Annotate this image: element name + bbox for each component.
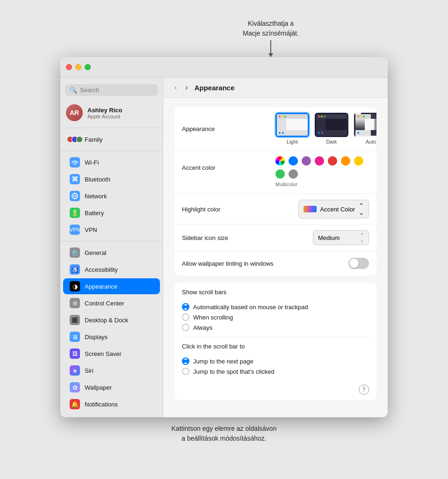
tooltip-top: Kiválaszthatja a Macje színsémáját.	[243, 19, 299, 57]
maximize-button[interactable]	[85, 64, 91, 70]
sidebar-icon-size-row: Sidebar icon size Medium ⌃⌄	[174, 225, 376, 251]
accent-color-blue[interactable]	[289, 156, 298, 166]
sidebar-item-label-vpn: VPN	[85, 226, 97, 233]
scroll-bars-scrolling-label: When scrolling	[193, 314, 233, 321]
scroll-bars-auto-radio[interactable]	[182, 303, 189, 311]
tooltip-bottom: Kattintson egy elemre az oldalsávon a be…	[172, 424, 277, 443]
scroll-clicked-spot-label: Jump to the spot that's clicked	[193, 368, 275, 375]
search-box[interactable]: 🔍	[65, 84, 158, 96]
appearance-option-dark[interactable]: Dark	[315, 113, 348, 145]
scroll-bars-auto-option[interactable]: Automatically based on mouse or trackpad	[182, 303, 369, 311]
notifications-icon: 🔔	[70, 399, 80, 409]
sidebar-icon-size-dropdown[interactable]: Medium ⌃⌄	[313, 230, 369, 245]
appearance-row-label: Appearance	[182, 125, 275, 132]
traffic-lights	[66, 64, 91, 70]
wallpaper-tinting-toggle[interactable]	[348, 258, 369, 269]
show-scroll-bars-label: Show scroll bars	[174, 283, 376, 298]
accent-color-pink[interactable]	[315, 156, 324, 166]
sidebar-item-label-wifi: Wi-Fi	[85, 159, 99, 166]
sidebar-item-control-center[interactable]: ⊞ Control Center	[63, 295, 160, 311]
scroll-bars-scrolling-radio[interactable]	[182, 313, 189, 321]
scroll-next-page-label: Jump to the next page	[193, 358, 253, 365]
sidebar-item-siri[interactable]: ◈ Siri	[63, 363, 160, 378]
appearance-thumb-light[interactable]	[275, 113, 309, 137]
sidebar-item-desktop-dock[interactable]: ⬛ Desktop & Dock	[63, 312, 160, 328]
sidebar-item-bluetooth[interactable]: ⌘ Bluetooth	[63, 171, 160, 187]
sidebar-item-screen-saver[interactable]: 🖼 Screen Saver	[63, 346, 160, 362]
wallpaper-icon: ✿	[70, 382, 80, 392]
user-sub: Apple Account	[87, 114, 122, 119]
right-panel: ‹ › Appearance Appearance	[163, 78, 388, 417]
accent-color-green[interactable]	[275, 169, 285, 179]
accent-color-yellow[interactable]	[354, 156, 363, 166]
sidebar-item-wallpaper[interactable]: ✿ Wallpaper	[63, 379, 160, 395]
sidebar-item-appearance[interactable]: ◑ Appearance	[63, 278, 160, 294]
sidebar-item-notifications[interactable]: 🔔 Notifications	[63, 396, 160, 412]
sidebar-item-label-network: Network	[85, 193, 107, 200]
accent-color-purple[interactable]	[302, 156, 311, 166]
search-input[interactable]	[80, 87, 153, 94]
scroll-bars-always-radio[interactable]	[182, 324, 189, 331]
appearance-option-light[interactable]: Light	[275, 113, 309, 145]
sidebar-item-battery[interactable]: 🔋 Battery	[63, 205, 160, 221]
appearance-auto-label: Auto	[366, 139, 376, 145]
close-button[interactable]	[66, 64, 72, 70]
desktop-dock-icon: ⬛	[70, 315, 80, 325]
network-icon	[70, 191, 80, 201]
appearance-option-auto[interactable]: Auto	[354, 113, 376, 145]
sidebar-item-label-notifications: Notifications	[85, 401, 118, 408]
accent-color-row: Accent color	[174, 151, 376, 194]
appearance-options: Light	[275, 113, 376, 145]
avatar: AR	[66, 104, 83, 121]
user-info: Ashley Rico Apple Account	[87, 107, 122, 119]
screen-saver-icon: 🖼	[70, 348, 80, 359]
appearance-light-label: Light	[287, 139, 298, 145]
wallpaper-tinting-control	[275, 258, 369, 269]
scroll-bars-always-option[interactable]: Always	[182, 324, 369, 331]
bluetooth-icon: ⌘	[70, 174, 80, 184]
highlight-color-row: Highlight color Accent Color ⌃⌄	[174, 194, 376, 225]
highlight-color-button[interactable]: Accent Color ⌃⌄	[298, 200, 369, 218]
scroll-bars-always-label: Always	[193, 324, 212, 331]
accent-color-graphite[interactable]	[289, 169, 298, 179]
minimize-button[interactable]	[75, 64, 81, 70]
scroll-clicked-spot-radio[interactable]	[182, 368, 189, 375]
sidebar-item-general[interactable]: ⚙️ General	[63, 245, 160, 261]
panel-title: Appearance	[195, 84, 235, 92]
user-section[interactable]: AR Ashley Rico Apple Account	[60, 101, 163, 125]
accent-color-orange[interactable]	[341, 156, 350, 166]
sidebar-item-label-siri: Siri	[85, 367, 94, 374]
sidebar-item-wifi[interactable]: Wi-Fi	[63, 154, 160, 170]
displays-icon: 🖥	[70, 332, 80, 342]
accent-color-multicolor[interactable]	[275, 156, 285, 166]
highlight-color-control: Accent Color ⌃⌄	[275, 200, 369, 218]
appearance-thumb-auto[interactable]	[354, 113, 376, 137]
radio-dot-2	[183, 359, 186, 363]
sidebar-item-network[interactable]: Network	[63, 188, 160, 204]
vpn-icon: VPN	[70, 225, 80, 235]
sidebar-divider-2	[60, 151, 163, 151]
appearance-section: Appearance	[174, 107, 376, 276]
radio-dot	[183, 305, 186, 309]
scroll-clicked-spot-option[interactable]: Jump to the spot that's clicked	[182, 368, 369, 375]
appearance-thumb-dark[interactable]	[315, 113, 348, 137]
back-button[interactable]: ‹	[173, 82, 179, 93]
forward-button[interactable]: ›	[183, 82, 189, 93]
accent-color-red[interactable]	[328, 156, 337, 166]
sidebar-item-displays[interactable]: 🖥 Displays	[63, 329, 160, 345]
sidebar-item-vpn[interactable]: VPN VPN	[63, 222, 160, 238]
sidebar-item-label-screen-saver: Screen Saver	[85, 350, 122, 357]
scroll-next-page-option[interactable]: Jump to the next page	[182, 357, 369, 365]
highlight-chevrons-icon: ⌃⌄	[359, 202, 364, 216]
help-button[interactable]: ?	[359, 385, 369, 395]
scroll-next-page-radio[interactable]	[182, 357, 189, 365]
sidebar-item-accessibility[interactable]: ♿ Accessibility	[63, 261, 160, 277]
sidebar-icon-size-value: Medium	[318, 234, 340, 241]
scroll-bars-scrolling-option[interactable]: When scrolling	[182, 313, 369, 321]
highlight-gradient	[303, 206, 317, 212]
sidebar-item-family[interactable]: Family	[63, 131, 160, 147]
sidebar-item-label-general: General	[85, 249, 106, 256]
sidebar-divider	[60, 128, 163, 128]
click-scroll-bar-radio-group: Jump to the next page Jump to the spot t…	[174, 352, 376, 381]
appearance-row: Appearance	[174, 107, 376, 151]
